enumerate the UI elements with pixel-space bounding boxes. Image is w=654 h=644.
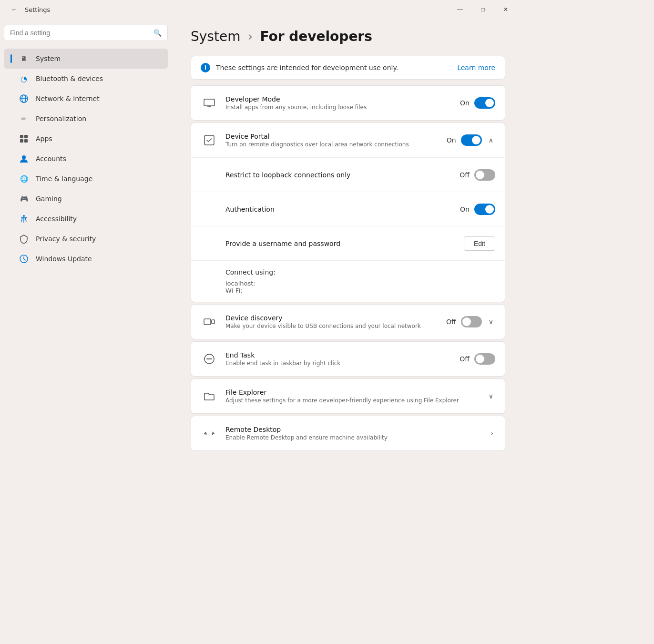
svg-rect-15 [204, 319, 211, 325]
authentication-controls: On [460, 204, 495, 215]
sidebar-item-gaming[interactable]: 🎮 Gaming [4, 189, 168, 209]
sidebar: 🔍 🖥 System ◔ Bluetooth & devices Network… [0, 19, 172, 644]
file-explorer-chevron-down[interactable]: ∨ [487, 390, 495, 402]
loopback-controls: Off [460, 169, 495, 181]
end-task-card: End Task Enable end task in taskbar by r… [191, 341, 505, 377]
sidebar-label-accounts: Accounts [36, 155, 66, 163]
end-task-state: Off [460, 355, 470, 363]
sidebar-item-accessibility[interactable]: Accessibility [4, 209, 168, 229]
sidebar-item-system[interactable]: 🖥 System [4, 49, 168, 69]
info-icon: i [201, 63, 210, 72]
window-controls: — □ ✕ [449, 2, 517, 17]
device-portal-icon [201, 132, 218, 149]
device-discovery-card: Device discovery Make your device visibl… [191, 304, 505, 339]
sidebar-label-personalization: Personalization [36, 115, 86, 123]
sidebar-label-update: Windows Update [36, 255, 92, 263]
svg-rect-14 [204, 135, 214, 145]
sidebar-label-apps: Apps [36, 135, 52, 143]
sidebar-item-network[interactable]: Network & internet [4, 89, 168, 109]
device-discovery-icon [201, 313, 218, 330]
loopback-title: Restrict to loopback connections only [225, 171, 452, 179]
remote-desktop-chevron-right[interactable]: › [489, 428, 495, 439]
end-task-title: End Task [225, 351, 452, 359]
device-portal-toggle[interactable] [461, 134, 482, 146]
update-icon [19, 254, 29, 264]
loopback-state: Off [460, 171, 470, 179]
device-portal-state: On [447, 136, 456, 144]
developer-mode-state: On [460, 99, 470, 107]
device-discovery-row: Device discovery Make your device visibl… [191, 305, 505, 339]
file-explorer-text: File Explorer Adjust these settings for … [225, 388, 479, 404]
maximize-button[interactable]: □ [472, 2, 494, 17]
end-task-row: End Task Enable end task in taskbar by r… [191, 342, 505, 376]
file-explorer-icon [201, 388, 218, 405]
connect-label: Connect using: [225, 268, 495, 276]
credentials-edit-button[interactable]: Edit [464, 236, 495, 251]
svg-rect-4 [24, 135, 28, 138]
end-task-text: End Task Enable end task in taskbar by r… [225, 351, 452, 367]
svg-point-8 [23, 215, 25, 217]
end-task-toggle[interactable] [474, 353, 495, 365]
connect-wifi: Wi-Fi: [225, 287, 495, 294]
remote-desktop-desc: Enable Remote Desktop and ensure machine… [225, 434, 481, 441]
breadcrumb-current: For developers [260, 29, 372, 44]
search-input[interactable] [10, 29, 150, 37]
file-explorer-controls: ∨ [487, 390, 495, 402]
bluetooth-icon: ◔ [19, 73, 29, 84]
developer-mode-title: Developer Mode [225, 95, 452, 103]
device-portal-controls: On ∧ [447, 134, 495, 146]
system-icon: 🖥 [19, 53, 29, 64]
sidebar-label-time: Time & language [36, 175, 92, 183]
sidebar-item-privacy[interactable]: Privacy & security [4, 229, 168, 249]
end-task-desc: Enable end task in taskbar by right clic… [225, 360, 452, 367]
svg-rect-3 [20, 135, 23, 138]
learn-more-link[interactable]: Learn more [457, 64, 495, 72]
sidebar-label-accessibility: Accessibility [36, 215, 77, 223]
remote-desktop-controls: › [489, 428, 495, 439]
device-portal-row: Device Portal Turn on remote diagnostics… [191, 123, 505, 157]
sidebar-item-apps[interactable]: Apps [4, 129, 168, 149]
sidebar-item-personalization[interactable]: ✏️ Personalization [4, 109, 168, 129]
file-explorer-row[interactable]: File Explorer Adjust these settings for … [191, 379, 505, 413]
authentication-state: On [460, 205, 470, 213]
close-button[interactable]: ✕ [495, 2, 517, 17]
info-text: These settings are intended for developm… [216, 64, 451, 72]
device-discovery-text: Device discovery Make your device visibl… [225, 314, 439, 329]
connect-localhost: localhost: [225, 280, 495, 287]
end-task-controls: Off [460, 353, 495, 365]
info-banner: i These settings are intended for develo… [191, 56, 505, 80]
svg-rect-5 [20, 139, 23, 143]
sidebar-label-gaming: Gaming [36, 195, 62, 203]
svg-rect-11 [204, 99, 215, 106]
remote-desktop-icon [201, 425, 218, 442]
content-area: System › For developers i These settings… [172, 19, 524, 644]
sidebar-item-accounts[interactable]: Accounts [4, 149, 168, 169]
developer-mode-toggle[interactable] [474, 97, 495, 109]
sidebar-item-time[interactable]: 🌐 Time & language [4, 169, 168, 189]
breadcrumb-system: System [191, 29, 240, 44]
loopback-row: Restrict to loopback connections only Of… [191, 157, 505, 192]
sidebar-label-bluetooth: Bluetooth & devices [36, 75, 103, 82]
loopback-toggle[interactable] [474, 169, 495, 181]
authentication-row: Authentication On [191, 192, 505, 226]
minimize-button[interactable]: — [449, 2, 471, 17]
main-layout: 🔍 🖥 System ◔ Bluetooth & devices Network… [0, 19, 524, 644]
device-discovery-title: Device discovery [225, 314, 439, 322]
search-icon: 🔍 [153, 29, 162, 37]
sidebar-item-update[interactable]: Windows Update [4, 249, 168, 269]
sidebar-label-privacy: Privacy & security [36, 235, 96, 243]
sidebar-item-bluetooth[interactable]: ◔ Bluetooth & devices [4, 69, 168, 89]
device-discovery-state: Off [446, 318, 456, 326]
remote-desktop-row[interactable]: Remote Desktop Enable Remote Desktop and… [191, 416, 505, 450]
device-portal-desc: Turn on remote diagnostics over local ar… [225, 141, 439, 148]
sidebar-label-network: Network & internet [36, 95, 100, 102]
device-discovery-toggle[interactable] [461, 316, 482, 327]
device-discovery-chevron-down[interactable]: ∨ [487, 316, 495, 327]
credentials-row: Provide a username and password Edit [191, 226, 505, 260]
device-portal-chevron-up[interactable]: ∧ [487, 134, 495, 146]
authentication-title: Authentication [225, 205, 452, 213]
authentication-toggle[interactable] [474, 204, 495, 215]
device-portal-card: Device Portal Turn on remote diagnostics… [191, 123, 505, 302]
page-heading: System › For developers [191, 19, 505, 44]
back-button[interactable]: ← [8, 3, 21, 16]
